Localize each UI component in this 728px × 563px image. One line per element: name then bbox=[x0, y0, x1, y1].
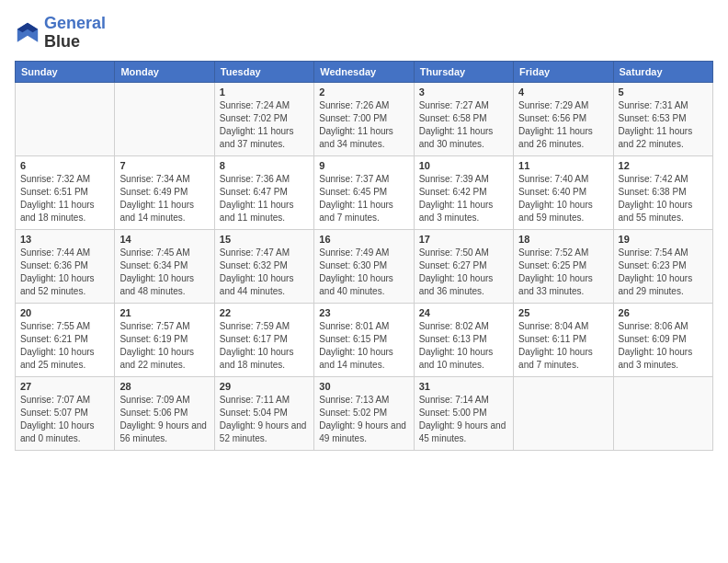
calendar-cell bbox=[115, 82, 214, 155]
day-number: 26 bbox=[619, 307, 708, 318]
calendar-cell: 27Sunrise: 7:07 AMSunset: 5:07 PMDayligh… bbox=[16, 376, 115, 450]
day-number: 22 bbox=[220, 307, 309, 318]
day-number: 12 bbox=[619, 160, 708, 171]
calendar-cell: 22Sunrise: 7:59 AMSunset: 6:17 PMDayligh… bbox=[214, 303, 313, 376]
day-number: 3 bbox=[419, 86, 508, 98]
calendar-cell: 28Sunrise: 7:09 AMSunset: 5:06 PMDayligh… bbox=[115, 376, 214, 450]
calendar-cell: 1Sunrise: 7:24 AMSunset: 7:02 PMDaylight… bbox=[214, 82, 313, 155]
calendar-week-row: 13Sunrise: 7:44 AMSunset: 6:36 PMDayligh… bbox=[16, 229, 713, 303]
day-detail: Sunrise: 8:01 AMSunset: 6:15 PMDaylight:… bbox=[319, 320, 408, 372]
day-detail: Sunrise: 7:44 AMSunset: 6:36 PMDaylight:… bbox=[20, 247, 109, 298]
day-detail: Sunrise: 7:13 AMSunset: 5:02 PMDaylight:… bbox=[319, 394, 408, 445]
logo: GeneralBlue bbox=[15, 15, 106, 52]
calendar-cell: 31Sunrise: 7:14 AMSunset: 5:00 PMDayligh… bbox=[414, 376, 513, 450]
day-number: 30 bbox=[319, 381, 408, 392]
weekday-row: SundayMondayTuesdayWednesdayThursdayFrid… bbox=[16, 61, 713, 82]
logo-icon bbox=[15, 20, 40, 46]
day-number: 1 bbox=[220, 86, 309, 98]
day-detail: Sunrise: 7:11 AMSunset: 5:04 PMDaylight:… bbox=[220, 394, 309, 445]
day-number: 28 bbox=[119, 381, 209, 392]
logo-text: GeneralBlue bbox=[44, 15, 106, 52]
calendar-cell: 8Sunrise: 7:36 AMSunset: 6:47 PMDaylight… bbox=[214, 155, 313, 229]
calendar-cell: 10Sunrise: 7:39 AMSunset: 6:42 PMDayligh… bbox=[414, 155, 513, 229]
calendar-cell: 19Sunrise: 7:54 AMSunset: 6:23 PMDayligh… bbox=[613, 229, 712, 303]
day-detail: Sunrise: 7:29 AMSunset: 6:56 PMDaylight:… bbox=[518, 99, 608, 151]
day-number: 19 bbox=[619, 234, 708, 245]
day-number: 20 bbox=[20, 307, 109, 318]
weekday-header: Saturday bbox=[613, 61, 712, 82]
calendar-body: 1Sunrise: 7:24 AMSunset: 7:02 PMDaylight… bbox=[16, 82, 713, 450]
calendar-week-row: 6Sunrise: 7:32 AMSunset: 6:51 PMDaylight… bbox=[16, 155, 713, 229]
day-number: 6 bbox=[20, 160, 109, 171]
calendar-cell: 29Sunrise: 7:11 AMSunset: 5:04 PMDayligh… bbox=[214, 376, 313, 450]
weekday-header: Sunday bbox=[16, 61, 115, 82]
calendar-cell: 25Sunrise: 8:04 AMSunset: 6:11 PMDayligh… bbox=[514, 303, 613, 376]
calendar-header: SundayMondayTuesdayWednesdayThursdayFrid… bbox=[16, 61, 713, 82]
day-number: 23 bbox=[319, 307, 408, 318]
day-number: 5 bbox=[619, 86, 708, 98]
day-number: 11 bbox=[518, 160, 608, 171]
calendar-cell: 3Sunrise: 7:27 AMSunset: 6:58 PMDaylight… bbox=[414, 82, 513, 155]
calendar-cell: 23Sunrise: 8:01 AMSunset: 6:15 PMDayligh… bbox=[314, 303, 414, 376]
calendar-cell: 2Sunrise: 7:26 AMSunset: 7:00 PMDaylight… bbox=[314, 82, 414, 155]
day-detail: Sunrise: 7:09 AMSunset: 5:06 PMDaylight:… bbox=[119, 394, 209, 445]
day-number: 21 bbox=[119, 307, 209, 318]
day-detail: Sunrise: 7:50 AMSunset: 6:27 PMDaylight:… bbox=[419, 247, 508, 298]
day-detail: Sunrise: 8:04 AMSunset: 6:11 PMDaylight:… bbox=[518, 320, 608, 372]
day-number: 7 bbox=[119, 160, 209, 171]
day-detail: Sunrise: 8:06 AMSunset: 6:09 PMDaylight:… bbox=[619, 320, 708, 372]
calendar-cell bbox=[613, 376, 712, 450]
day-detail: Sunrise: 7:59 AMSunset: 6:17 PMDaylight:… bbox=[220, 320, 309, 372]
calendar-cell: 20Sunrise: 7:55 AMSunset: 6:21 PMDayligh… bbox=[16, 303, 115, 376]
calendar-cell: 21Sunrise: 7:57 AMSunset: 6:19 PMDayligh… bbox=[115, 303, 214, 376]
day-detail: Sunrise: 7:57 AMSunset: 6:19 PMDaylight:… bbox=[119, 320, 209, 372]
calendar-cell: 5Sunrise: 7:31 AMSunset: 6:53 PMDaylight… bbox=[613, 82, 712, 155]
calendar-cell: 18Sunrise: 7:52 AMSunset: 6:25 PMDayligh… bbox=[514, 229, 613, 303]
day-number: 13 bbox=[20, 234, 109, 245]
day-detail: Sunrise: 7:14 AMSunset: 5:00 PMDaylight:… bbox=[419, 394, 508, 445]
calendar-cell: 17Sunrise: 7:50 AMSunset: 6:27 PMDayligh… bbox=[414, 229, 513, 303]
day-number: 24 bbox=[419, 307, 508, 318]
calendar-cell bbox=[16, 82, 115, 155]
calendar-week-row: 1Sunrise: 7:24 AMSunset: 7:02 PMDaylight… bbox=[16, 82, 713, 155]
calendar-cell: 16Sunrise: 7:49 AMSunset: 6:30 PMDayligh… bbox=[314, 229, 414, 303]
day-detail: Sunrise: 7:52 AMSunset: 6:25 PMDaylight:… bbox=[518, 247, 608, 298]
day-number: 27 bbox=[20, 381, 109, 392]
day-number: 25 bbox=[518, 307, 608, 318]
day-detail: Sunrise: 7:36 AMSunset: 6:47 PMDaylight:… bbox=[220, 173, 309, 224]
day-detail: Sunrise: 7:34 AMSunset: 6:49 PMDaylight:… bbox=[119, 173, 209, 224]
day-detail: Sunrise: 7:47 AMSunset: 6:32 PMDaylight:… bbox=[220, 247, 309, 298]
calendar-cell: 24Sunrise: 8:02 AMSunset: 6:13 PMDayligh… bbox=[414, 303, 513, 376]
calendar-week-row: 27Sunrise: 7:07 AMSunset: 5:07 PMDayligh… bbox=[16, 376, 713, 450]
day-detail: Sunrise: 7:07 AMSunset: 5:07 PMDaylight:… bbox=[20, 394, 109, 445]
weekday-header: Thursday bbox=[414, 61, 513, 82]
calendar-cell: 4Sunrise: 7:29 AMSunset: 6:56 PMDaylight… bbox=[514, 82, 613, 155]
day-number: 31 bbox=[419, 381, 508, 392]
day-detail: Sunrise: 7:54 AMSunset: 6:23 PMDaylight:… bbox=[619, 247, 708, 298]
day-detail: Sunrise: 7:26 AMSunset: 7:00 PMDaylight:… bbox=[319, 99, 408, 151]
calendar-cell bbox=[514, 376, 613, 450]
day-number: 29 bbox=[220, 381, 309, 392]
day-number: 9 bbox=[319, 160, 408, 171]
day-detail: Sunrise: 7:32 AMSunset: 6:51 PMDaylight:… bbox=[20, 173, 109, 224]
calendar-week-row: 20Sunrise: 7:55 AMSunset: 6:21 PMDayligh… bbox=[16, 303, 713, 376]
calendar-cell: 14Sunrise: 7:45 AMSunset: 6:34 PMDayligh… bbox=[115, 229, 214, 303]
calendar-cell: 30Sunrise: 7:13 AMSunset: 5:02 PMDayligh… bbox=[314, 376, 414, 450]
day-detail: Sunrise: 7:27 AMSunset: 6:58 PMDaylight:… bbox=[419, 99, 508, 151]
day-detail: Sunrise: 7:31 AMSunset: 6:53 PMDaylight:… bbox=[619, 99, 708, 151]
calendar-cell: 9Sunrise: 7:37 AMSunset: 6:45 PMDaylight… bbox=[314, 155, 414, 229]
day-detail: Sunrise: 8:02 AMSunset: 6:13 PMDaylight:… bbox=[419, 320, 508, 372]
day-number: 17 bbox=[419, 234, 508, 245]
calendar-cell: 26Sunrise: 8:06 AMSunset: 6:09 PMDayligh… bbox=[613, 303, 712, 376]
calendar-cell: 13Sunrise: 7:44 AMSunset: 6:36 PMDayligh… bbox=[16, 229, 115, 303]
day-number: 14 bbox=[119, 234, 209, 245]
day-detail: Sunrise: 7:40 AMSunset: 6:40 PMDaylight:… bbox=[518, 173, 608, 224]
day-detail: Sunrise: 7:24 AMSunset: 7:02 PMDaylight:… bbox=[220, 99, 309, 151]
calendar-cell: 15Sunrise: 7:47 AMSunset: 6:32 PMDayligh… bbox=[214, 229, 313, 303]
day-detail: Sunrise: 7:42 AMSunset: 6:38 PMDaylight:… bbox=[619, 173, 708, 224]
weekday-header: Monday bbox=[115, 61, 214, 82]
day-detail: Sunrise: 7:49 AMSunset: 6:30 PMDaylight:… bbox=[319, 247, 408, 298]
calendar-cell: 11Sunrise: 7:40 AMSunset: 6:40 PMDayligh… bbox=[514, 155, 613, 229]
day-detail: Sunrise: 7:55 AMSunset: 6:21 PMDaylight:… bbox=[20, 320, 109, 372]
day-number: 10 bbox=[419, 160, 508, 171]
